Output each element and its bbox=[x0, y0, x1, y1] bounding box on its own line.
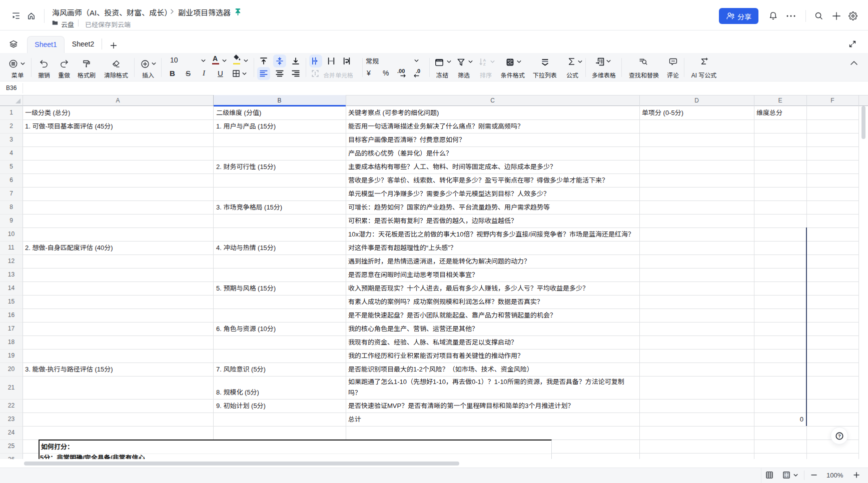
svg-text:Z: Z bbox=[483, 62, 486, 66]
svg-text:?: ? bbox=[838, 433, 841, 438]
